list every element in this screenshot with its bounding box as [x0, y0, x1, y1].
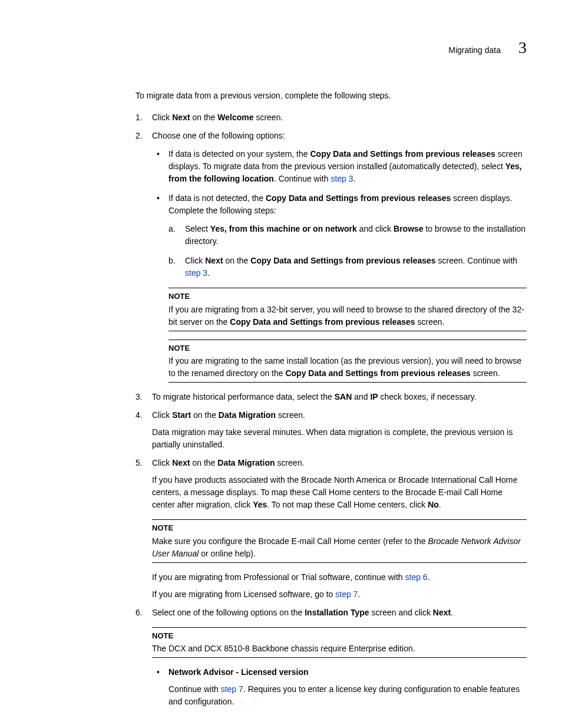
text: check boxes, if necessary.: [378, 392, 477, 401]
note-text: Make sure you configure the Brocade E-ma…: [152, 535, 527, 560]
bold: Copy Data and Settings from previous rel…: [250, 256, 435, 265]
note-title: NOTE: [152, 522, 527, 534]
text: .: [439, 500, 441, 509]
note-title: NOTE: [168, 342, 527, 354]
link-step7[interactable]: step 7: [221, 684, 243, 694]
note-block: NOTE The DCX and DCX 8510-8 Backbone cha…: [152, 627, 527, 658]
bold: SAN: [335, 392, 352, 401]
text: .: [428, 572, 430, 582]
text: on the: [223, 256, 251, 265]
substep-b: b. Click Next on the Copy Data and Setti…: [168, 255, 527, 279]
bold: Copy Data and Settings from previous rel…: [285, 368, 470, 378]
bold: Browse: [394, 224, 424, 233]
paragraph: Continue with step 7. Requires you to en…: [168, 683, 527, 708]
step-4: 4. Click Start on the Data Migration scr…: [135, 409, 527, 451]
steps-list: 1. Click Next on the Welcome screen. 2. …: [135, 111, 527, 708]
text: .: [353, 174, 356, 183]
note-title: NOTE: [168, 291, 527, 302]
text: Select one of the following options on t…: [152, 608, 305, 617]
step-6: 6. Select one of the following options o…: [135, 607, 527, 709]
text: If you are migrating from Professional o…: [152, 572, 405, 582]
text: Click: [152, 458, 172, 467]
text: and: [352, 392, 370, 401]
paragraph: Data migration may take several minutes.…: [152, 426, 527, 451]
bold: Next: [205, 256, 223, 265]
text: screen. Continue with: [436, 256, 518, 265]
text: If you are migrating from Licensed softw…: [152, 589, 335, 599]
text: screen.: [254, 113, 283, 122]
header-title: Migrating data: [448, 44, 501, 57]
text: Make sure you configure the Brocade E-ma…: [152, 536, 428, 546]
text: or online help).: [199, 549, 256, 558]
text: and click: [357, 224, 394, 233]
bold: Yes, from this machine or on network: [210, 224, 357, 233]
text: If data is not detected, the: [168, 193, 266, 203]
note-block: NOTE Make sure you configure the Brocade…: [152, 519, 527, 563]
intro-text: To migrate data from a previous version,…: [135, 90, 527, 102]
step-2: 2. Choose one of the following options: …: [135, 130, 527, 383]
text: Click: [152, 113, 172, 122]
page: Migrating data 3 To migrate data from a …: [0, 0, 562, 728]
step-number: 5.: [135, 457, 143, 469]
bold: IP: [370, 392, 378, 401]
paragraph: If you are migrating from Licensed softw…: [152, 588, 527, 601]
link-step3[interactable]: step 3: [185, 268, 207, 278]
paragraph: If you have products associated with the…: [152, 474, 527, 511]
note-block: NOTE If you are migrating to the same in…: [168, 340, 527, 383]
bold: Next: [433, 608, 451, 617]
text: on the: [190, 458, 218, 467]
page-header: Migrating data 3: [35, 35, 527, 60]
text: . To not map these Call Home centers, cl…: [267, 500, 428, 509]
note-text: If you are migrating to the same install…: [168, 355, 527, 380]
bold: Data Migration: [217, 458, 275, 467]
alpha: a.: [168, 223, 176, 235]
note-text: The DCX and DCX 8510-8 Backbone chassis …: [152, 643, 527, 655]
step-3: 3. To migrate historical performance dat…: [135, 391, 527, 403]
bold: Welcome: [217, 113, 253, 122]
bullet-item: If data is detected on your system, the …: [152, 148, 527, 185]
step2-bullets: If data is detected on your system, the …: [152, 148, 527, 279]
text: . Continue with: [274, 174, 331, 183]
paragraph: If you are migrating from Professional o…: [152, 571, 527, 584]
header-chapter: 3: [518, 35, 527, 60]
text: screen.: [275, 458, 305, 467]
content: To migrate data from a previous version,…: [35, 90, 527, 708]
substep-a: a. Select Yes, from this machine or on n…: [168, 223, 527, 248]
text: Choose one of the following options:: [152, 131, 285, 140]
bullet-item: Network Advisor - Licensed version Conti…: [152, 666, 527, 708]
text: Continue with: [168, 684, 221, 694]
text: screen.: [471, 368, 500, 378]
text: To migrate historical performance data, …: [152, 392, 335, 401]
link-step3[interactable]: step 3: [330, 174, 353, 183]
sub-steps: a. Select Yes, from this machine or on n…: [168, 223, 527, 279]
note-title: NOTE: [152, 630, 527, 642]
text: Click: [185, 256, 205, 265]
text: If data is detected on your system, the: [168, 149, 310, 159]
text: Click: [152, 410, 172, 420]
text: Select: [185, 224, 210, 233]
step6-bullets: Network Advisor - Licensed version Conti…: [152, 666, 527, 708]
step-number: 1.: [135, 111, 143, 124]
text: .: [207, 268, 210, 278]
text: .: [451, 608, 453, 617]
bold: Next: [172, 458, 190, 467]
bold: Next: [172, 113, 190, 122]
bold: Data Migration: [219, 410, 276, 420]
link-step6[interactable]: step 6: [405, 572, 428, 582]
text: on the: [191, 410, 219, 420]
step-1: 1. Click Next on the Welcome screen.: [135, 111, 527, 124]
text: .: [358, 589, 360, 599]
text: screen.: [415, 317, 445, 327]
text: screen.: [276, 410, 305, 420]
text: on the: [190, 113, 218, 122]
bold: Copy Data and Settings from previous rel…: [310, 149, 495, 159]
step-number: 6.: [135, 607, 143, 619]
note-block: NOTE If you are migrating from a 32-bit …: [168, 288, 527, 331]
step-number: 4.: [135, 409, 143, 421]
link-step7[interactable]: step 7: [335, 589, 358, 599]
note-text: If you are migrating from a 32-bit serve…: [168, 304, 527, 328]
step-number: 3.: [135, 391, 143, 403]
alpha: b.: [168, 255, 176, 267]
bold: Installation Type: [305, 608, 369, 617]
bullet-title: Network Advisor - Licensed version: [168, 667, 309, 677]
